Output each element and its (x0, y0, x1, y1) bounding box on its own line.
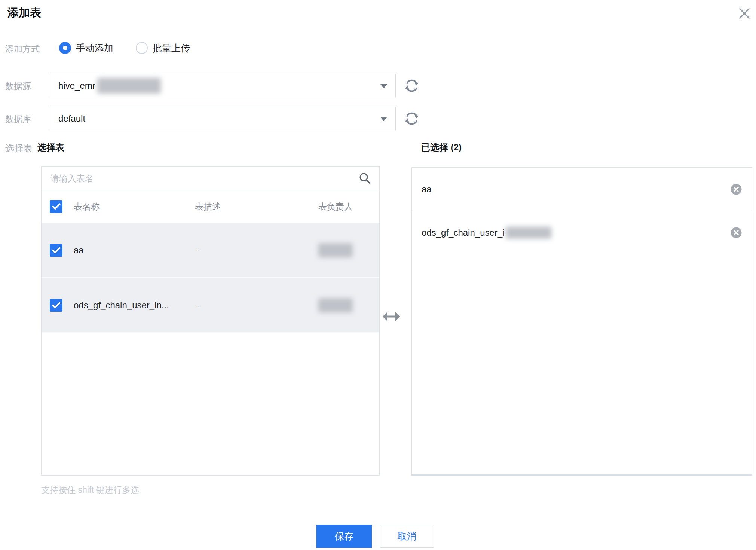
add-method-radio-group: 手动添加 批量上传 (59, 40, 190, 56)
select-table-panel-title: 选择表 (37, 141, 64, 153)
radio-batch-upload[interactable] (136, 42, 148, 54)
redacted-owner-text (318, 298, 353, 312)
remove-item-icon[interactable] (730, 227, 742, 239)
table-desc-cell: - (196, 245, 199, 256)
select-table-field-label: 选择表 (5, 142, 32, 154)
table-header-row: 表名称 表描述 表负责人 (42, 190, 379, 223)
add-method-label: 添加方式 (5, 43, 40, 55)
radio-manual-add[interactable] (59, 42, 71, 54)
caret-down-icon (380, 84, 387, 88)
refresh-database-icon[interactable] (404, 111, 420, 126)
selected-count-title: 已选择 (2) (421, 141, 462, 153)
selected-item-name: ods_gf_chain_user_i (422, 227, 505, 238)
table-name-cell: ods_gf_chain_user_in... (74, 300, 169, 311)
datasource-select[interactable]: hive_emr (49, 74, 396, 97)
table-desc-cell: - (196, 300, 199, 311)
table-search-input[interactable] (42, 167, 379, 190)
database-value: default (58, 113, 85, 124)
selected-item: ods_gf_chain_user_i (412, 211, 752, 254)
refresh-datasource-icon[interactable] (404, 78, 420, 94)
table-search-row (42, 167, 379, 190)
redacted-owner-text (318, 243, 353, 257)
redacted-text (506, 227, 551, 239)
selected-item: aa (412, 168, 752, 211)
selected-item-name: aa (422, 184, 432, 195)
transfer-arrow-icon (382, 311, 400, 322)
column-header-owner: 表负责人 (318, 201, 353, 213)
table-row[interactable]: ods_gf_chain_user_in... - (42, 278, 379, 333)
add-table-dialog: 添加表 添加方式 手动添加 批量上传 数据源 hive_emr 数据库 defa… (0, 0, 756, 550)
cancel-button[interactable]: 取消 (380, 525, 434, 548)
multi-select-hint: 支持按住 shift 键进行多选 (41, 484, 139, 496)
save-button[interactable]: 保存 (316, 525, 372, 548)
radio-manual-add-label: 手动添加 (76, 42, 113, 54)
search-icon[interactable] (359, 172, 371, 184)
row-checkbox[interactable] (50, 299, 62, 312)
row-checkbox[interactable] (50, 244, 62, 257)
database-label: 数据库 (5, 113, 31, 125)
close-icon[interactable] (737, 6, 752, 21)
caret-down-icon (380, 117, 387, 121)
column-header-name: 表名称 (74, 201, 100, 213)
column-header-desc: 表描述 (195, 201, 221, 213)
table-name-cell: aa (74, 245, 84, 256)
database-select[interactable]: default (49, 107, 396, 130)
datasource-value: hive_emr (58, 80, 95, 91)
datasource-label: 数据源 (5, 80, 31, 92)
select-all-checkbox[interactable] (50, 200, 62, 213)
remove-item-icon[interactable] (730, 183, 742, 195)
selected-tables-panel: aa ods_gf_chain_user_i (411, 167, 752, 476)
table-list-panel: 表名称 表描述 表负责人 aa - ods_gf_chain_user_in..… (41, 166, 380, 476)
redacted-text (97, 78, 161, 94)
table-row[interactable]: aa - (42, 223, 379, 278)
radio-batch-upload-label: 批量上传 (153, 42, 190, 54)
dialog-title: 添加表 (7, 5, 41, 21)
